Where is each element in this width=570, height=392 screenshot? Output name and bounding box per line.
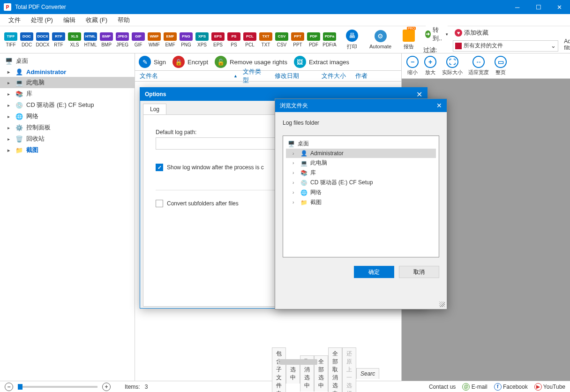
format-png[interactable]: PNGPNG <box>178 32 194 47</box>
browse-tree-root[interactable]: 🖥️ 桌面 <box>286 139 436 149</box>
format-csv[interactable]: CSVCSV <box>274 32 290 47</box>
print-icon: 🖶 <box>346 30 358 42</box>
folder-tree: 🖥️ 桌面 ▸👤Administrator▸💻此电脑▸📚库▸💿CD 驱动器 (E… <box>0 53 135 381</box>
filter-dropdown[interactable]: 所有支持的文件 ⌄ <box>453 40 558 52</box>
format-bmp[interactable]: BMPBMP <box>98 32 114 47</box>
zoom-slider[interactable] <box>18 386 98 388</box>
facebook-icon: f <box>494 383 502 391</box>
facebook-link[interactable]: f Facebook <box>494 383 528 391</box>
tree-item[interactable]: ▸📚库 <box>0 88 135 99</box>
zoom-plus[interactable]: + <box>102 383 111 391</box>
cancel-button[interactable]: 取消 <box>399 266 439 278</box>
contact-link[interactable]: Contact us <box>429 384 456 390</box>
minimize-button[interactable]: ─ <box>507 0 528 14</box>
menu-编辑[interactable]: 编辑 <box>59 15 80 26</box>
menu-收藏 (F)[interactable]: 收藏 (F) <box>81 15 112 26</box>
format-docx[interactable]: DOCXDOCX <box>35 32 51 47</box>
format-rtf[interactable]: RTFRTF <box>51 32 67 47</box>
format-xls[interactable]: XLSXLS <box>67 32 82 47</box>
menu-文件[interactable]: 文件 <box>4 15 25 26</box>
format-gif[interactable]: GIFGIF <box>130 32 146 47</box>
add-favorite-button[interactable]: ♥ 添加收藏 <box>453 28 558 38</box>
print-button[interactable]: 🖶 打印 <box>343 30 361 50</box>
folder-icon: 💿 <box>15 101 23 109</box>
ps-badge-icon: PS <box>227 32 240 41</box>
tab-check[interactable]: 选中 <box>286 363 300 384</box>
browse-tree-item[interactable]: ›💻此电脑 <box>286 158 436 168</box>
whole-page-button[interactable]: ▭整页 <box>495 56 507 76</box>
automate-button[interactable]: ⚙ Automate <box>367 30 394 49</box>
format-doc[interactable]: DOCDOC <box>19 32 35 47</box>
resize-grip[interactable] <box>439 302 445 307</box>
format-ps[interactable]: PSPS <box>226 32 242 47</box>
format-jpeg[interactable]: JPEGJPEG <box>114 32 130 47</box>
tree-item[interactable]: ▸🗑️回收站 <box>0 133 135 144</box>
email-link[interactable]: @ E-mail <box>462 383 487 391</box>
tree-item[interactable]: ▸💿CD 驱动器 (E:) CF Setup <box>0 99 135 111</box>
youtube-link[interactable]: ▶ YouTube <box>534 383 565 391</box>
tab-undo-selection[interactable]: 还原上一选择 <box>342 347 356 392</box>
col-date[interactable]: 修改日期 <box>270 72 317 80</box>
menu-帮助[interactable]: 帮助 <box>113 15 135 26</box>
format-xps[interactable]: XPSXPS <box>194 32 210 47</box>
expand-arrow-icon: › <box>292 151 297 156</box>
tree-item[interactable]: ▸⚙️控制面板 <box>0 122 135 133</box>
format-pdf/a[interactable]: PDFaPDF/A <box>322 32 338 47</box>
options-close-button[interactable]: ✕ <box>416 90 422 99</box>
ok-button[interactable]: 确定 <box>354 266 394 278</box>
format-emf[interactable]: EMFEMF <box>162 32 178 47</box>
extract-images-button[interactable]: 🖼Extract images <box>294 56 349 68</box>
chevron-down-icon: ⌄ <box>551 42 556 49</box>
tree-item[interactable]: ▸🌐网络 <box>0 111 135 122</box>
format-html[interactable]: HTMLHTML <box>82 32 98 47</box>
remove-rights-button[interactable]: 🔓Remove usage rights <box>215 56 287 68</box>
maximize-button[interactable]: ☐ <box>528 0 549 14</box>
zoom-out-button[interactable]: −缩小 <box>406 56 419 76</box>
browse-tree-item[interactable]: ›💿CD 驱动器 (E:) CF Setup <box>286 178 436 188</box>
tab-log[interactable]: Log <box>143 104 166 114</box>
browse-tree-item[interactable]: ›👤Administrator <box>286 149 436 158</box>
unlock-icon: 🔓 <box>215 56 227 68</box>
zoom-minus[interactable]: − <box>5 383 13 391</box>
format-txt[interactable]: TXTTXT <box>258 32 274 47</box>
browse-tree-item[interactable]: ›🌐网络 <box>286 188 436 197</box>
report-button[interactable]: PRO 报告 <box>400 30 418 50</box>
format-pdf[interactable]: PDFPDF <box>306 32 322 47</box>
tab-uncheck-all[interactable]: 全部取消选中 <box>328 347 342 392</box>
browse-folder-tree[interactable]: 🖥️ 桌面 ›👤Administrator›💻此电脑›📚库›💿CD 驱动器 (E… <box>283 136 439 257</box>
close-button[interactable]: ✕ <box>549 0 570 14</box>
expand-arrow-icon: ▸ <box>8 103 12 108</box>
folder-icon: 📚 <box>15 90 23 98</box>
actual-size-button[interactable]: ⛶实际大小 <box>442 56 463 76</box>
format-pcl[interactable]: PCLPCL <box>242 32 258 47</box>
advanced-filter-link[interactable]: Advanced filter <box>564 38 570 53</box>
zoom-in-button[interactable]: +放大 <box>424 56 436 76</box>
tree-item[interactable]: ▸💻此电脑 <box>0 77 135 88</box>
expand-arrow-icon: ▸ <box>8 114 12 119</box>
col-name[interactable]: 文件名 <box>135 72 229 80</box>
col-author[interactable]: 作者 <box>351 72 379 80</box>
tab-subfolders[interactable]: 包含子文件夹 <box>272 347 286 392</box>
col-type[interactable]: 文件类型 <box>238 68 270 84</box>
tree-item[interactable]: ▸👤Administrator <box>0 67 135 77</box>
format-wmf[interactable]: WMFWMF <box>146 32 162 47</box>
col-size[interactable]: 文件大小 <box>317 72 351 80</box>
menu-处理 (P)[interactable]: 处理 (P) <box>26 15 58 26</box>
encrypt-button[interactable]: 🔒Encrypt <box>172 56 208 68</box>
convert-to-button[interactable]: ➜ 转到..▾ <box>423 25 450 43</box>
browse-tree-item[interactable]: ›📚库 <box>286 168 436 178</box>
tree-item[interactable]: ▸📁截图 <box>0 144 135 156</box>
format-eps[interactable]: EPSEPS <box>210 32 226 47</box>
pen-icon: ✎ <box>139 56 151 68</box>
sign-button[interactable]: ✎Sign <box>139 56 166 68</box>
format-ppt[interactable]: PPTPPT <box>290 32 306 47</box>
tree-root[interactable]: 🖥️ 桌面 <box>0 55 135 67</box>
expand-arrow-icon: › <box>292 170 297 175</box>
search-input[interactable]: Searc <box>356 368 379 379</box>
format-tiff[interactable]: TIFFTIFF <box>3 32 19 47</box>
browse-tree-item[interactable]: ›📁截图 <box>286 197 436 207</box>
browse-close-button[interactable]: ✕ <box>436 102 442 109</box>
bmp-badge-icon: BMP <box>100 32 113 41</box>
column-headers[interactable]: 文件名 ▲ 文件类型 修改日期 文件大小 作者 <box>135 70 401 82</box>
fit-width-button[interactable]: ↔适应宽度 <box>468 56 489 76</box>
